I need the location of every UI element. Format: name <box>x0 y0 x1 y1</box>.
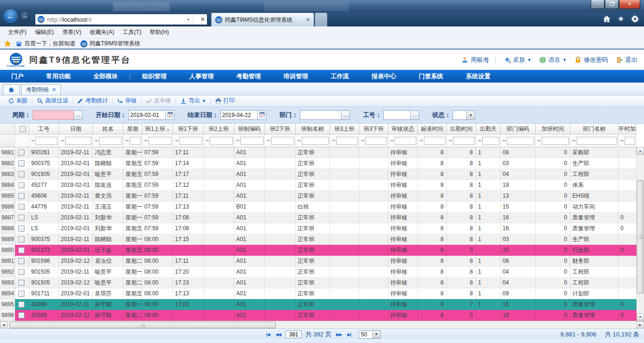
window-close-button[interactable]: ✕ <box>619 0 640 9</box>
column-filter-input-13[interactable] <box>424 137 446 145</box>
scroll-left-icon[interactable]: ◀ <box>0 321 8 329</box>
nav-item-0[interactable]: 门户 <box>0 72 35 81</box>
column-filter-input-16[interactable] <box>507 137 534 145</box>
column-filter-input-19[interactable] <box>625 137 635 145</box>
table-row[interactable]: 98909013732019-02-01伍子超星期五08:00A01正常班待审核… <box>0 245 636 256</box>
row-checkbox-cell[interactable] <box>15 299 29 310</box>
favorite-item-baidu[interactable]: 百度一下，你就知道 <box>15 40 75 48</box>
row-checkbox[interactable] <box>18 280 25 286</box>
column-header-1[interactable]: 日期 <box>59 124 93 134</box>
scroll-up-icon[interactable]: ▲ <box>636 147 644 155</box>
toolbar-attendance-stats-button[interactable]: 考勤统计 <box>73 97 112 105</box>
row-checkbox-cell[interactable] <box>15 147 29 158</box>
row-checkbox-cell[interactable] <box>15 158 29 169</box>
tab-close-icon[interactable]: ✕ <box>52 87 56 93</box>
row-checkbox[interactable] <box>18 301 25 308</box>
calendar-icon[interactable] <box>166 110 174 120</box>
column-filter-input-4[interactable] <box>149 137 172 145</box>
nav-item-8[interactable]: 报表中心 <box>360 72 407 81</box>
stop-icon[interactable]: ✕ <box>200 16 205 23</box>
address-bar[interactable]: http://localhost/# ▼ ✕ <box>35 14 207 25</box>
column-header-16[interactable]: 部门编码 <box>501 124 536 134</box>
tab-home[interactable] <box>3 84 20 95</box>
row-checkbox-cell[interactable] <box>15 234 29 245</box>
browser-forward-button[interactable]: → <box>19 10 30 22</box>
column-header-5[interactable]: 班1下班 <box>173 124 204 134</box>
nav-item-4[interactable]: 人事管理 <box>178 72 225 81</box>
toolbar-refresh-button[interactable]: 刷新 <box>4 97 32 105</box>
row-checkbox-cell[interactable] <box>15 245 29 256</box>
column-header-18[interactable]: 部门名称 <box>570 124 619 134</box>
row-checkbox[interactable] <box>18 236 25 243</box>
table-row[interactable]: 98919015962019-02-12袁汝仪星期二08:0017:11A01正… <box>0 256 636 267</box>
ellipsis-button[interactable]: … <box>411 110 419 120</box>
nav-item-6[interactable]: 培训管理 <box>272 72 319 81</box>
column-header-9[interactable]: 班制名称 <box>296 124 330 134</box>
header-action-skin[interactable]: 皮肤▼ <box>504 56 531 64</box>
row-checkbox[interactable] <box>18 193 25 199</box>
add-favorite-star-icon[interactable] <box>4 40 11 48</box>
row-checkbox-cell[interactable] <box>15 288 29 299</box>
calendar-icon[interactable] <box>258 110 266 120</box>
column-filter-input-18[interactable] <box>577 137 617 145</box>
column-filter-input-1[interactable] <box>65 137 91 145</box>
table-row[interactable]: 9887LS2019-02-11刘新华星期一07:5917:08A01正常班待审… <box>0 212 636 223</box>
table-row[interactable]: 9884452772019-02-01陈友连星期五07:5917:12A01正常… <box>0 180 636 191</box>
row-checkbox[interactable] <box>18 150 25 156</box>
table-row[interactable]: 9886447762019-02-11王清玉星期一07:5917:13B01白班… <box>0 201 636 212</box>
column-header-10[interactable]: 班3上班 <box>330 124 359 134</box>
column-header-7[interactable]: 班制编码 <box>234 124 265 134</box>
row-checkbox[interactable] <box>18 247 25 253</box>
filter-status-input[interactable] <box>453 110 467 120</box>
table-row[interactable]: 98929015052019-02-11喻意平星期一08:0017:20A01正… <box>0 267 636 277</box>
url-text[interactable]: http://localhost/# <box>47 16 182 23</box>
row-checkbox[interactable] <box>18 171 25 177</box>
favorite-item-t9ims[interactable]: 同鑫T9IMS管理系统 <box>80 40 140 48</box>
filter-emp-no-input[interactable] <box>383 110 411 120</box>
scroll-right-icon[interactable]: ▶ <box>636 321 644 329</box>
pager-first-button[interactable]: |◀ <box>266 332 270 337</box>
row-checkbox-cell[interactable] <box>15 191 29 201</box>
table-row[interactable]: 98949017112019-02-01吴琪芬星期五08:0017:13A01正… <box>0 288 636 299</box>
table-row[interactable]: 9896433662019-02-12孙守聪星期二08:00A01正常班待审核8… <box>0 310 636 321</box>
column-filter-input-10[interactable] <box>336 137 358 145</box>
column-header-14[interactable]: 出勤时间 <box>447 124 476 134</box>
page-number-input[interactable] <box>286 330 302 338</box>
pager-next-button[interactable]: ▶▶ <box>336 332 342 337</box>
table-row[interactable]: 98829003752019-02-01陈晓聪星期五07:5917:14A01正… <box>0 158 636 169</box>
page-size-select[interactable]: 50 ▼ <box>358 330 380 339</box>
chevron-down-icon[interactable]: ▼ <box>372 330 380 339</box>
toolbar-print-button[interactable]: 打印 <box>211 97 239 105</box>
column-header-12[interactable]: 审核状态 <box>388 124 418 134</box>
column-filter-input-2[interactable] <box>99 137 122 145</box>
row-checkbox[interactable] <box>18 204 25 210</box>
toolbar-export-button[interactable]: 导出▼ <box>176 97 210 105</box>
favorites-star-icon[interactable]: ★ <box>617 15 625 23</box>
scroll-down-icon[interactable]: ▼ <box>636 313 644 321</box>
browser-menu-item-0[interactable]: 文件(F) <box>4 27 31 38</box>
filter-period-input[interactable] <box>33 110 74 120</box>
row-checkbox[interactable] <box>18 160 25 167</box>
header-action-change-password[interactable]: 修改密码 <box>574 56 608 64</box>
table-row[interactable]: 98819002612019-02-11冯志坚星期一07:5917:11A01正… <box>0 147 636 158</box>
chevron-down-icon[interactable]: ▼ <box>467 110 475 120</box>
tab-attendance-detail[interactable]: 考勤明细 ✕ <box>21 84 61 95</box>
column-filter-input-7[interactable] <box>240 137 264 145</box>
row-checkbox-cell[interactable] <box>15 180 29 191</box>
column-filter-input-9[interactable] <box>302 137 329 145</box>
column-header-0[interactable]: 工号 <box>29 124 59 134</box>
panel-grip-icon[interactable]: ···· <box>317 339 327 343</box>
column-header-11[interactable]: 班3下班 <box>359 124 388 134</box>
row-checkbox-cell[interactable] <box>15 201 29 212</box>
column-header-4[interactable]: 班1上班▲ <box>142 124 173 134</box>
column-filter-input-11[interactable] <box>365 137 387 145</box>
select-all-checkbox[interactable] <box>20 126 26 132</box>
row-checkbox-cell[interactable] <box>15 277 29 288</box>
ellipsis-button[interactable]: … <box>341 110 350 120</box>
home-icon[interactable] <box>603 15 611 23</box>
table-row[interactable]: 9895433662019-02-11孙守聪星期一08:0017:03A01正常… <box>0 299 636 310</box>
row-checkbox-cell[interactable] <box>15 256 29 267</box>
column-header-19[interactable]: 平时加班 <box>619 124 636 134</box>
row-checkbox[interactable] <box>18 258 25 264</box>
header-action-logout[interactable]: 退出 <box>616 56 637 64</box>
